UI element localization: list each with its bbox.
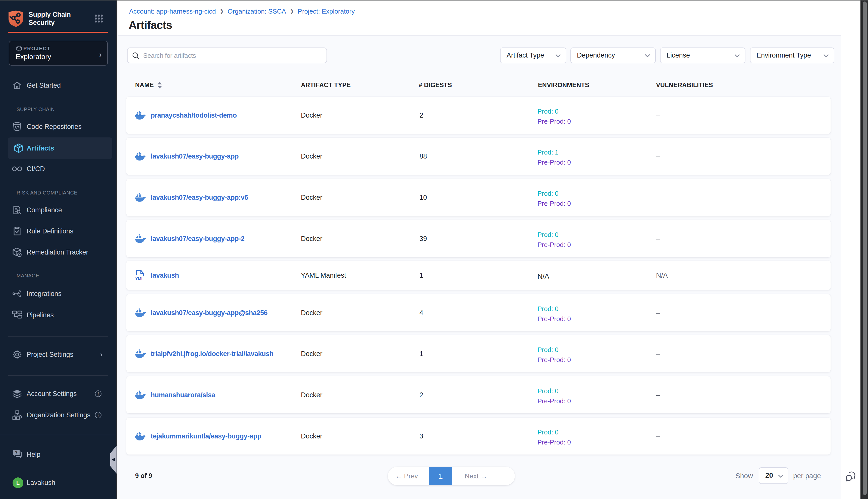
svg-text:YML: YML: [135, 277, 144, 281]
svg-text:?: ?: [15, 451, 17, 455]
